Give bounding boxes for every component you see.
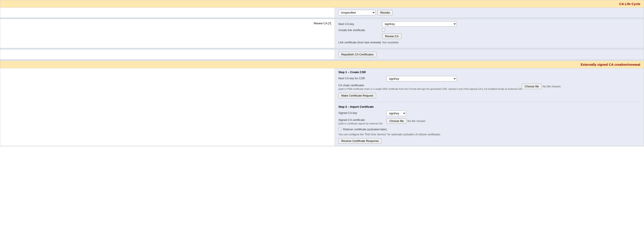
- step1-choose-file-button[interactable]: Choose file: [522, 84, 542, 89]
- step2-title: Step 2 – Import Certificate: [338, 105, 640, 108]
- next-ca-key-label: Next CA key: [338, 22, 382, 26]
- step2-rollover-checkbox[interactable]: [338, 128, 341, 131]
- revoke-left: [0, 8, 335, 17]
- create-link-cert-row: Create link certificate: [338, 28, 640, 32]
- step1-next-ca-key-label: Next CA key for CSR: [338, 76, 386, 80]
- create-link-cert-checkbox[interactable]: [382, 29, 385, 31]
- steps-right: Step 1 – Create CSR Next CA key for CSR …: [335, 68, 644, 146]
- step1-title: Step 1 – Create CSR: [338, 70, 640, 74]
- step-divider: [338, 102, 640, 102]
- step1-ca-chain-file: Choose file No file chosen: [522, 84, 640, 89]
- link-cert-row: Link certificate (from last renewal) Not…: [338, 41, 640, 44]
- step2-signed-ca-cert-sublabel: (path to certificate signed by external …: [338, 122, 386, 125]
- step2-signed-ca-cert-label-group: Signed CA certificate (path to certifica…: [338, 118, 386, 125]
- step1-ca-chain-sublabel: (path to PEM certificate chain or a sing…: [338, 87, 522, 91]
- steps-row: Step 1 – Create CSR Next CA key for CSR …: [0, 68, 644, 146]
- step2-rollover-label: Rollover certificate (activated later): [343, 128, 387, 131]
- step2-container: Step 2 – Import Certificate Signed CA ke…: [338, 105, 640, 143]
- renew-ca-button-row: Renew CA: [338, 33, 640, 39]
- renew-ca-fields: Next CA key signKey Create link certific…: [335, 19, 644, 48]
- step2-receive-cert-button[interactable]: Receive Certificate Response: [338, 138, 382, 144]
- republish-left: [0, 49, 335, 59]
- renew-ca-label-col: Renew CA [?]: [0, 19, 335, 48]
- step1-next-ca-key-value: signKey: [386, 76, 640, 81]
- step2-signed-ca-key-value: signKey: [386, 111, 640, 116]
- link-cert-label: Link certificate (from last renewal): [338, 41, 382, 44]
- next-ca-key-row: Next CA key signKey: [338, 21, 640, 27]
- step2-no-file-text: No file chosen: [407, 119, 425, 123]
- step2-signed-ca-key-label: Signed CA key: [338, 111, 386, 115]
- create-link-cert-label: Create link certificate: [338, 28, 382, 32]
- step1-container: Step 1 – Create CSR Next CA key for CSR …: [338, 70, 640, 98]
- step1-ca-chain-label-group: CA chain certificates (path to PEM certi…: [338, 84, 522, 91]
- step2-choose-file-button[interactable]: Choose file: [386, 118, 406, 124]
- step1-next-ca-key-row: Next CA key for CSR signKey: [338, 76, 640, 81]
- page-wrapper: CA Life Cycle Unspecified Key Compromise…: [0, 0, 644, 146]
- step1-next-ca-key-select[interactable]: signKey: [386, 76, 457, 81]
- step1-make-cert-row: Make Certificate Request: [338, 93, 640, 98]
- step1-no-file-text: No file chosen: [542, 85, 560, 88]
- ext-section-title: Externally signed CA creation/renewal: [581, 63, 640, 66]
- step2-receive-cert-row: Receive Certificate Response: [338, 138, 640, 144]
- step2-signed-ca-key-row: Signed CA key signKey: [338, 111, 640, 116]
- revoke-select[interactable]: Unspecified Key Compromise CA Compromise…: [338, 10, 376, 15]
- ext-section-header: Externally signed CA creation/renewal: [0, 61, 644, 68]
- next-ca-key-select[interactable]: signKey: [382, 21, 457, 27]
- republish-right: Republish CA Certificates: [335, 49, 644, 59]
- revoke-row: Unspecified Key Compromise CA Compromise…: [0, 8, 644, 18]
- revoke-button[interactable]: Revoke: [377, 10, 393, 15]
- renew-ca-row: Renew CA [?] Next CA key signKey Create …: [0, 19, 644, 48]
- step1-make-cert-button[interactable]: Make Certificate Request: [338, 93, 376, 98]
- step1-ca-chain-label: CA chain certificates: [338, 84, 522, 87]
- step2-signed-ca-cert-label: Signed CA certificate: [338, 118, 386, 122]
- step2-you-can-text: You can configure the "Roll Over Service…: [338, 133, 640, 136]
- step2-signed-ca-cert-row: Signed CA certificate (path to certifica…: [338, 118, 640, 125]
- steps-left: [0, 68, 335, 146]
- renew-ca-button[interactable]: Renew CA: [382, 33, 402, 39]
- step1-ca-chain-row: CA chain certificates (path to PEM certi…: [338, 84, 640, 91]
- step1-file-group: Choose file No file chosen: [522, 84, 640, 89]
- step2-signed-ca-cert-file: Choose file No file chosen: [386, 118, 640, 124]
- revoke-right: Unspecified Key Compromise CA Compromise…: [335, 8, 644, 17]
- ca-lifecycle-title: CA Life Cycle: [619, 2, 640, 6]
- renew-ca-label: Renew CA [?]: [314, 22, 331, 25]
- step2-rollover-row: Rollover certificate (activated later): [338, 128, 640, 131]
- step2-file-group: Choose file No file chosen: [386, 118, 640, 124]
- republish-row: Republish CA Certificates: [0, 49, 644, 60]
- ca-lifecycle-header: CA Life Cycle: [0, 0, 644, 8]
- link-cert-value: Not available: [382, 41, 398, 44]
- republish-button[interactable]: Republish CA Certificates: [338, 52, 376, 57]
- step2-signed-ca-key-select[interactable]: signKey: [386, 111, 406, 116]
